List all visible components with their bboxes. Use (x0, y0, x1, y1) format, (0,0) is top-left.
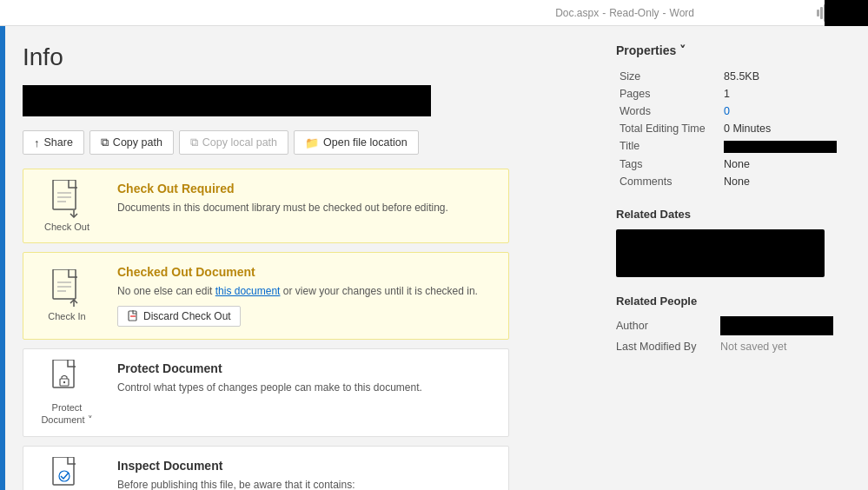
author-row: Author (616, 316, 851, 335)
folder-icon: 📁 (305, 136, 319, 149)
inspect-card-content: Inspect Document Before publishing this … (110, 447, 508, 490)
open-file-location-button[interactable]: 📁 Open file location (294, 130, 419, 155)
inspect-doc-icon (51, 457, 83, 490)
protect-card-content: Protect Document Control what types of c… (110, 349, 508, 437)
copy-icon: ⧉ (101, 136, 109, 149)
discard-label: Discard Check Out (143, 310, 231, 322)
related-people-block: Author Last Modified By Not saved yet (616, 316, 851, 353)
checkin-card-desc: No one else can edit this document or vi… (117, 284, 496, 299)
share-icon: ↑ (34, 136, 40, 149)
checkout-card-title: Check Out Required (117, 182, 496, 195)
sep2: - (663, 7, 666, 19)
main-container: Info ↑ Share ⧉ Copy path ⧉ Copy local pa… (0, 26, 868, 490)
checkin-doc-icon (51, 269, 83, 308)
toolbar: ↑ Share ⧉ Copy path ⧉ Copy local path 📁 … (23, 130, 581, 155)
discard-checkout-button[interactable]: Discard Check Out (117, 306, 241, 327)
share-button[interactable]: ↑ Share (23, 130, 84, 155)
svg-rect-5 (53, 269, 76, 299)
related-dates-header: Related Dates (616, 208, 851, 221)
protect-doc-icon (51, 360, 83, 398)
checkout-card-desc: Documents in this document library must … (117, 201, 496, 215)
checked-out-card: Check In Checked Out Document No one els… (23, 252, 509, 340)
copy-path-button[interactable]: ⧉ Copy path (89, 130, 174, 155)
last-modified-value: Not saved yet (720, 341, 786, 353)
doc-name: Doc.aspx (555, 7, 599, 19)
inspect-card-title: Inspect Document (117, 459, 496, 473)
readonly-label: Read-Only (609, 7, 659, 19)
page-title: Info (23, 43, 581, 71)
copy-local-path-label: Copy local path (202, 136, 277, 149)
protect-card: ProtectDocument ˅ Protect Document Contr… (23, 348, 509, 438)
prop-row-title: Title (616, 137, 851, 156)
inspect-icon-area[interactable] (23, 447, 110, 490)
comments-label: Comments (616, 173, 720, 190)
editing-time-label: Total Editing Time (616, 120, 720, 137)
pages-value: 1 (720, 85, 851, 103)
related-dates-redacted (616, 229, 825, 277)
tags-label: Tags (616, 156, 720, 173)
sep1: - (602, 7, 606, 19)
comments-value: None (720, 173, 851, 190)
editing-time-value: 0 Minutes (720, 120, 851, 137)
wave-bar (817, 10, 819, 17)
prop-row-tags: Tags None (616, 156, 851, 173)
last-modified-row: Last Modified By Not saved yet (616, 341, 851, 353)
pages-label: Pages (616, 85, 720, 103)
protect-icon-area[interactable]: ProtectDocument ˅ (23, 349, 110, 437)
checkout-card-content: Check Out Required Documents in this doc… (110, 169, 508, 242)
last-modified-label: Last Modified By (616, 341, 720, 353)
redacted-filename-bar (23, 85, 431, 116)
checkout-doc-icon (51, 180, 83, 218)
svg-rect-0 (53, 180, 76, 209)
related-people-header: Related People (616, 295, 851, 308)
top-bar-redacted (825, 0, 868, 26)
copy-local-path-button[interactable]: ⧉ Copy local path (179, 130, 288, 155)
copy-local-icon: ⧉ (190, 136, 198, 149)
discard-icon (127, 310, 139, 322)
words-label: Words (616, 103, 720, 120)
wave-bar (820, 7, 823, 19)
prop-row-words: Words 0 (616, 103, 851, 120)
properties-header-label: Properties ˅ (616, 43, 686, 57)
size-label: Size (616, 68, 720, 85)
checkout-icon-label: Check Out (44, 222, 89, 232)
prop-row-pages: Pages 1 (616, 85, 851, 103)
file-path: Doc.aspx - Read-Only - Word (555, 7, 694, 19)
author-redacted (720, 316, 833, 335)
size-value: 85.5KB (720, 68, 851, 85)
checkin-card-content: Checked Out Document No one else can edi… (110, 253, 508, 339)
prop-row-editing-time: Total Editing Time 0 Minutes (616, 120, 851, 137)
top-bar: Doc.aspx - Read-Only - Word (0, 0, 868, 26)
title-redacted (724, 141, 837, 153)
content-area: Info ↑ Share ⧉ Copy path ⧉ Copy local pa… (5, 26, 607, 490)
svg-point-13 (63, 381, 65, 383)
inspect-card: Inspect Document Before publishing this … (23, 446, 509, 490)
author-label: Author (616, 320, 720, 332)
title-label: Title (616, 137, 720, 156)
checkout-required-card: Check Out Check Out Required Documents i… (23, 169, 509, 243)
copy-path-label: Copy path (113, 136, 162, 149)
right-panel: Properties ˅ Size 85.5KB Pages 1 Words 0… (607, 26, 868, 490)
checkin-icon-area[interactable]: Check In (23, 253, 110, 339)
words-value: 0 (720, 103, 851, 120)
word-label: Word (670, 7, 694, 19)
svg-rect-11 (53, 360, 74, 387)
prop-row-size: Size 85.5KB (616, 68, 851, 85)
properties-header[interactable]: Properties ˅ (616, 43, 851, 57)
protect-card-desc: Control what types of changes people can… (117, 381, 496, 395)
checkout-icon-area[interactable]: Check Out (23, 169, 110, 242)
title-value (720, 137, 851, 156)
open-file-location-label: Open file location (323, 136, 407, 149)
checkin-icon-label: Check In (48, 311, 85, 321)
share-label: Share (44, 136, 73, 149)
protect-card-title: Protect Document (117, 361, 496, 375)
prop-row-comments: Comments None (616, 173, 851, 190)
tags-value: None (720, 156, 851, 173)
author-value (720, 316, 833, 335)
checkin-card-title: Checked Out Document (117, 265, 496, 279)
properties-table: Size 85.5KB Pages 1 Words 0 Total Editin… (616, 68, 851, 190)
inspect-card-desc: Before publishing this file, be aware th… (117, 478, 496, 490)
protect-icon-label: ProtectDocument ˅ (41, 401, 92, 427)
